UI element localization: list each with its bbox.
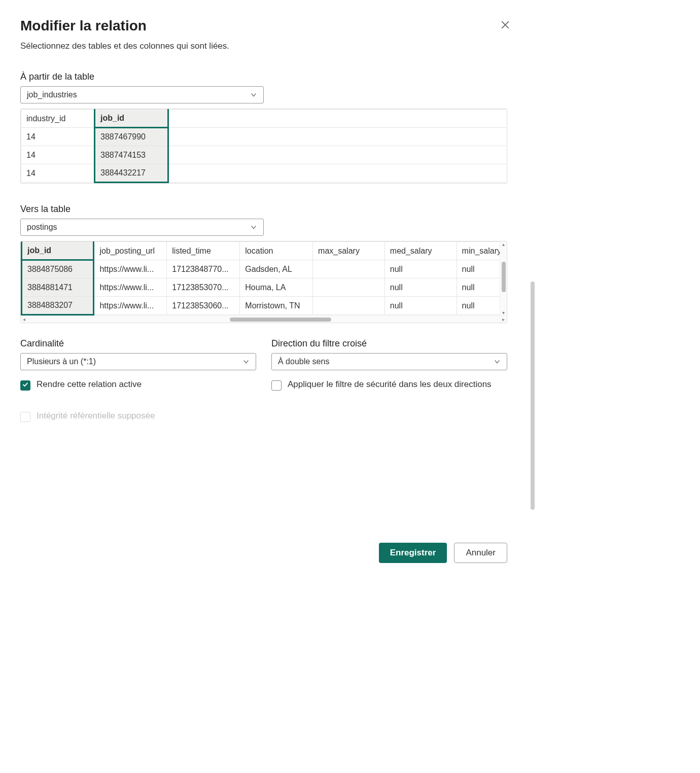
scroll-up-icon: ▴ — [500, 241, 507, 247]
table-row: 3884881471 https://www.li... 17123853070… — [22, 278, 507, 297]
from-table-label: À partir de la table — [20, 72, 507, 82]
security-both-label: Appliquer le filtre de sécurité dans les… — [288, 379, 492, 390]
cardinality-label: Cardinalité — [20, 338, 256, 349]
crossfilter-selected: À double sens — [278, 357, 329, 366]
save-button[interactable]: Enregistrer — [379, 543, 447, 563]
cardinality-selected: Plusieurs à un (*:1) — [27, 357, 96, 366]
column-header[interactable]: min_salary — [457, 242, 506, 260]
cardinality-dropdown[interactable]: Plusieurs à un (*:1) — [20, 353, 256, 370]
security-both-check-row[interactable]: Appliquer le filtre de sécurité dans les… — [271, 379, 507, 391]
to-table-selected: postings — [27, 223, 57, 232]
column-header[interactable]: max_salary — [313, 242, 385, 260]
column-header[interactable]: industry_id — [21, 110, 95, 128]
table-row: 14 3884432217 — [21, 164, 507, 183]
from-table-preview: industry_id job_id 14 3887467990 14 3887… — [20, 109, 507, 184]
table-vertical-scrollbar[interactable]: ▴ ▾ — [500, 241, 507, 315]
chevron-down-icon — [250, 91, 257, 98]
chevron-down-icon — [242, 358, 250, 365]
security-both-checkbox[interactable] — [271, 380, 282, 391]
table-row: 14 3887474153 — [21, 146, 507, 164]
edit-relationship-dialog: Modifier la relation Sélectionnez des ta… — [0, 0, 528, 578]
cancel-button[interactable]: Annuler — [454, 543, 507, 563]
make-active-checkbox[interactable] — [20, 380, 30, 391]
table-horizontal-scrollbar[interactable]: ◂ ▸ — [21, 315, 507, 323]
make-active-label: Rendre cette relation active — [37, 379, 142, 390]
to-table-preview: job_id job_posting_url listed_time locat… — [20, 241, 507, 323]
dialog-scrollbar-thumb[interactable] — [531, 282, 535, 510]
referential-check-row: Intégrité référentielle supposée — [20, 411, 256, 422]
crossfilter-dropdown[interactable]: À double sens — [271, 353, 507, 370]
table-row: 14 3887467990 — [21, 128, 507, 146]
scrollbar-thumb[interactable] — [502, 262, 506, 292]
close-icon — [501, 20, 510, 31]
close-button[interactable] — [501, 20, 510, 32]
table-row: 3884875086 https://www.li... 17123848770… — [22, 260, 507, 278]
column-header-selected[interactable]: job_id — [95, 110, 168, 128]
column-header-selected[interactable]: job_id — [22, 242, 94, 260]
column-header-empty — [168, 110, 507, 128]
from-table-selected: job_industries — [27, 90, 77, 99]
scroll-left-icon: ◂ — [21, 317, 27, 322]
chevron-down-icon — [494, 358, 501, 365]
from-table-dropdown[interactable]: job_industries — [20, 86, 264, 103]
dialog-title: Modifier la relation — [20, 18, 229, 34]
referential-label: Intégrité référentielle supposée — [37, 411, 155, 421]
to-table-dropdown[interactable]: postings — [20, 219, 264, 236]
scrollbar-thumb[interactable] — [230, 318, 331, 322]
scroll-right-icon: ▸ — [500, 317, 507, 322]
column-header[interactable]: med_salary — [384, 242, 457, 260]
scroll-down-icon: ▾ — [500, 310, 507, 315]
to-table-label: Vers la table — [20, 204, 507, 215]
make-active-check-row[interactable]: Rendre cette relation active — [20, 379, 256, 391]
dialog-subtitle: Sélectionnez des tables et des colonnes … — [20, 41, 229, 51]
column-header[interactable]: job_posting_url — [94, 242, 167, 260]
column-header[interactable]: location — [240, 242, 313, 260]
column-header[interactable]: listed_time — [167, 242, 240, 260]
table-row: 3884883207 https://www.li... 17123853060… — [22, 297, 507, 315]
crossfilter-label: Direction du filtre croisé — [271, 338, 507, 349]
check-icon — [22, 380, 29, 391]
referential-checkbox — [20, 412, 30, 422]
chevron-down-icon — [250, 224, 257, 231]
dialog-footer: Enregistrer Annuler — [20, 528, 507, 563]
